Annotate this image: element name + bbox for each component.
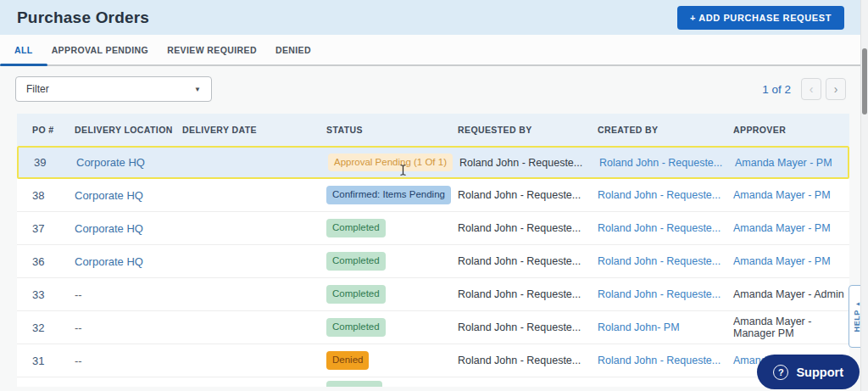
requested-by: Roland John - Requeste... (458, 255, 598, 267)
tab-bar: ALL APPROVAL PENDING REVIEW REQUIRED DEN… (0, 35, 868, 66)
po-number: 36 (32, 255, 75, 268)
table-row[interactable]: 36 Corporate HQ Completed Roland John - … (17, 245, 849, 278)
tab-denied[interactable]: DENIED (266, 35, 320, 64)
created-by-link[interactable]: Roland John - Requeste... (598, 189, 721, 201)
requested-by: Roland John - Requeste... (458, 288, 598, 300)
purchase-orders-table: PO # DELIVERY LOCATION DELIVERY DATE STA… (17, 114, 849, 387)
vertical-scrollbar[interactable] (860, 0, 868, 391)
created-by-link[interactable]: Roland John - Requeste... (599, 157, 722, 169)
column-header-delivery-date: DELIVERY DATE (182, 125, 326, 135)
column-header-delivery-location: DELIVERY LOCATION (75, 125, 182, 135)
table-header-row: PO # DELIVERY LOCATION DELIVERY DATE STA… (17, 114, 849, 146)
table-row[interactable]: 32 -- Completed Roland John - Requeste..… (17, 311, 849, 344)
status-badge (326, 381, 382, 387)
table-row-partial[interactable] (17, 377, 849, 387)
requested-by: Roland John - Requeste... (458, 222, 598, 234)
chevron-down-icon: ▼ (194, 86, 201, 93)
filter-label: Filter (26, 83, 49, 95)
filter-dropdown[interactable]: Filter ▼ (15, 76, 212, 102)
status-badge: Completed (326, 252, 386, 271)
delivery-location: -- (75, 355, 82, 367)
requested-by: Roland John - Requeste... (458, 321, 598, 333)
status-badge: Confirmed: Items Pending (326, 186, 451, 204)
column-header-created-by: CREATED BY (598, 125, 733, 135)
text-cursor-icon (399, 164, 407, 179)
delivery-location-link[interactable]: Corporate HQ (75, 255, 143, 268)
status-badge: Denied (326, 351, 369, 370)
question-mark-icon: ? (773, 365, 788, 380)
requested-by: Roland John - Requeste... (458, 189, 598, 201)
po-number: 33 (32, 288, 75, 301)
approver-link[interactable]: Amanda Mayer - PM (733, 189, 831, 201)
po-number: 32 (32, 321, 75, 334)
requested-by: Roland John - Requeste... (459, 157, 599, 169)
created-by-link[interactable]: Roland John - Requeste... (598, 255, 721, 267)
approver-link[interactable]: Amanda Mayer - PM (735, 157, 832, 169)
pagination: 1 of 2 ‹ › (762, 78, 846, 100)
table-row[interactable]: 31 -- Denied Roland John - Requeste... R… (17, 344, 849, 377)
page-title: Purchase Orders (17, 8, 149, 27)
support-button[interactable]: ? Support (757, 355, 860, 389)
table-row[interactable]: 39 Corporate HQ Approval Pending (1 Of 1… (17, 146, 849, 179)
created-by-link[interactable]: Roland John - Requeste... (598, 288, 721, 300)
column-header-approver: APPROVER (733, 125, 849, 135)
created-by-link[interactable]: Roland John - Requeste... (598, 222, 721, 234)
status-badge: Approval Pending (1 Of 1) (328, 154, 453, 172)
created-by-link[interactable]: Roland John - Requeste... (598, 355, 721, 366)
toolbar: Filter ▼ 1 of 2 ‹ › (15, 76, 846, 102)
approver-link[interactable]: Amanda Mayer - PM (733, 255, 831, 267)
po-number: 38 (32, 189, 75, 202)
tab-approval-pending[interactable]: APPROVAL PENDING (42, 35, 159, 64)
status-badge: Completed (326, 219, 386, 237)
po-number: 37 (32, 222, 75, 235)
column-header-requested-by: REQUESTED BY (458, 125, 598, 135)
next-page-button[interactable]: › (826, 78, 846, 100)
delivery-location-link[interactable]: Corporate HQ (75, 189, 143, 202)
approver-link[interactable]: Amanda Mayer - PM (733, 222, 831, 234)
delivery-location-link[interactable]: Corporate HQ (76, 156, 145, 169)
purchase-orders-page: Purchase Orders + ADD PURCHASE REQUEST A… (0, 0, 868, 391)
prev-page-button[interactable]: ‹ (801, 78, 821, 100)
po-number: 31 (32, 355, 75, 367)
table-row[interactable]: 37 Corporate HQ Completed Roland John - … (17, 212, 849, 245)
delivery-location: -- (75, 288, 82, 301)
approver: Amanda Mayer - Admin (733, 288, 844, 300)
support-button-label: Support (796, 366, 843, 379)
delivery-location: -- (75, 321, 82, 334)
page-header: Purchase Orders + ADD PURCHASE REQUEST (0, 0, 868, 35)
column-header-status: STATUS (326, 125, 458, 135)
tab-all[interactable]: ALL (5, 35, 42, 64)
po-number: 39 (34, 156, 76, 169)
status-badge: Completed (326, 318, 386, 337)
table-row[interactable]: 38 Corporate HQ Confirmed: Items Pending… (17, 179, 849, 212)
page-indicator: 1 of 2 (762, 83, 791, 96)
tab-review-required[interactable]: REVIEW REQUIRED (158, 35, 266, 64)
delivery-location-link[interactable]: Corporate HQ (75, 222, 143, 235)
scrollbar-thumb[interactable] (862, 48, 867, 115)
status-badge: Completed (326, 285, 386, 304)
approver: Amanda Mayer - Manager PM (733, 316, 811, 339)
add-purchase-request-button[interactable]: + ADD PURCHASE REQUEST (677, 6, 844, 30)
column-header-po: PO # (32, 125, 75, 135)
created-by-link[interactable]: Roland John- PM (598, 321, 680, 333)
requested-by: Roland John - Requeste... (458, 355, 598, 366)
table-row[interactable]: 33 -- Completed Roland John - Requeste..… (17, 278, 849, 311)
